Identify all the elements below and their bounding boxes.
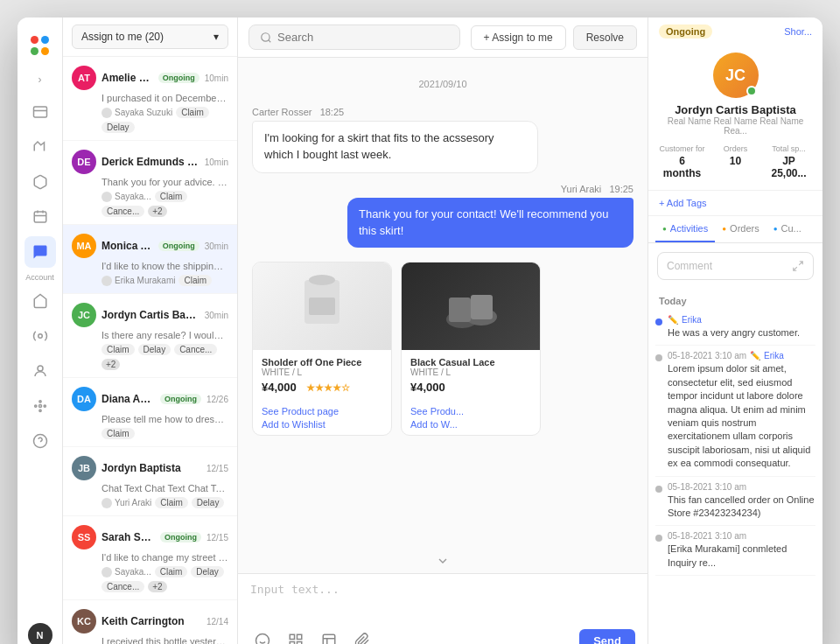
search-bar[interactable] — [248, 24, 460, 50]
conv-name: Monica Allingham — [102, 240, 153, 252]
nav-icon-products[interactable] — [24, 166, 56, 198]
product-actions: See Produ... Add to W... — [402, 401, 540, 435]
stat-value: JP 25,00... — [766, 155, 812, 179]
stat-value: 6 months — [659, 155, 705, 179]
conv-preview: Thank you for your advice. I'll ... — [102, 177, 228, 187]
tag-assignee: Sayaka... — [102, 192, 151, 202]
conv-time: 30min — [205, 242, 228, 251]
activity-item: 05-18-2021 3:10 am [Erika Murakami] conm… — [655, 526, 816, 576]
account-avatar[interactable]: N — [28, 623, 52, 644]
nav-icon-integrations[interactable] — [24, 390, 56, 422]
product-image — [253, 262, 391, 350]
list-item[interactable]: AT Amelie Thatcher Ongoing 10min I purch… — [63, 57, 237, 141]
conv-time: 10min — [205, 74, 228, 83]
add-tags-button[interactable]: + Add Tags — [648, 191, 822, 216]
search-input[interactable] — [277, 31, 449, 44]
product-price: ¥4,000 ★★★★☆ — [262, 381, 382, 394]
conv-name: Jordyn Baptista — [102, 462, 201, 474]
customer-profile: JC Jordyn Cartis Baptista Real Name Real… — [648, 46, 822, 191]
chat-footer: Send — [238, 573, 648, 644]
activity-item: 05-18-2021 3:10 am This fan cancelled or… — [655, 477, 816, 527]
add-wishlist-link[interactable]: Add to Wishlist — [262, 419, 382, 430]
chat-input[interactable] — [250, 583, 635, 614]
comment-box[interactable]: Comment — [657, 252, 814, 280]
chevron-right-icon[interactable]: › — [38, 74, 42, 86]
activity-timestamp: 05-18-2021 3:10 am — [668, 531, 746, 541]
activity-meta: ✏️ Erika — [668, 315, 816, 325]
avatar: AT — [72, 66, 96, 90]
svg-point-7 — [38, 405, 41, 408]
nav-icon-store[interactable] — [24, 285, 56, 317]
chat-messages: 2021/09/10 Carter Rosser 18:25 I'm looki… — [238, 58, 648, 549]
message-row: Yuri Araki 19:25 Thank you for your cont… — [252, 184, 634, 248]
nav-icon-users[interactable] — [24, 355, 56, 387]
conv-time: 12/15 — [206, 533, 228, 542]
chat-footer-actions: Send — [238, 623, 648, 644]
tag: Claim — [155, 497, 188, 508]
stat-value: 10 — [712, 155, 759, 167]
tag: Delay — [102, 122, 135, 133]
nav-icon-contacts[interactable] — [24, 201, 56, 233]
list-item[interactable]: JC Jordyn Cartis Baptista 30min Is there… — [63, 294, 237, 378]
product-info: Black Casual Lace WHITE / L ¥4,000 — [402, 350, 540, 401]
product-card: Black Casual Lace WHITE / L ¥4,000 See P… — [401, 262, 541, 436]
conv-preview: I received this bottle yesterday... — [102, 636, 228, 644]
short-link[interactable]: Shor... — [784, 26, 812, 37]
product-card: Sholder off One Piece WHITE / L ¥4,000 ★… — [252, 262, 392, 436]
tab-orders[interactable]: ● Orders — [715, 216, 766, 242]
template-icon[interactable] — [317, 628, 341, 644]
nav-icon-inbox[interactable] — [24, 96, 56, 128]
see-product-link[interactable]: See Produ... — [410, 406, 531, 416]
status-badge: Ongoing — [158, 73, 200, 83]
list-item[interactable]: SS Sarah Smythe Ongoing 12/15 I'd like t… — [63, 516, 237, 600]
list-item[interactable]: JB Jordyn Baptista 12/15 Chat Text Chat … — [63, 447, 237, 516]
tab-customer[interactable]: ● Cu... — [766, 216, 808, 242]
svg-point-10 — [34, 405, 36, 407]
assign-dropdown[interactable]: Assign to me (20) ▾ — [72, 24, 228, 49]
activities-list: Today ✏️ Erika He was a very angry custo… — [648, 289, 822, 576]
list-item[interactable]: MA Monica Allingham Ongoing 30min I'd li… — [63, 225, 237, 294]
conv-preview: I purchased it on December 21... — [102, 93, 228, 103]
add-wishlist-link[interactable]: Add to W... — [410, 419, 531, 430]
activity-text: He was a very angry customer. — [668, 326, 816, 340]
nav-icon-help[interactable] — [24, 425, 56, 457]
tag-assignee: Sayaka Suzuki — [102, 108, 172, 118]
collapse-button[interactable] — [238, 549, 648, 573]
image-grid-icon[interactable] — [284, 628, 308, 644]
resolve-button[interactable]: Resolve — [573, 25, 637, 50]
conv-preview: Please tell me how to dress th... — [102, 414, 228, 424]
message-bubble: I'm looking for a skirt that fits to the… — [252, 121, 538, 173]
nav-icon-settings[interactable] — [24, 320, 56, 352]
right-panel: Ongoing Shor... JC Jordyn Cartis Baptist… — [648, 18, 822, 644]
send-button[interactable]: Send — [579, 629, 635, 645]
attachment-icon[interactable] — [350, 628, 374, 644]
nav-icon-messages[interactable] — [24, 236, 56, 268]
stat-orders: Orders 10 — [712, 144, 759, 179]
svg-point-6 — [38, 366, 43, 371]
list-item[interactable]: KC Keith Carrington 12/14 I received thi… — [63, 600, 237, 644]
svg-rect-26 — [290, 634, 294, 639]
see-product-link[interactable]: See Product page — [262, 406, 382, 416]
activity-agent: Erika — [764, 351, 784, 360]
tag: Claim — [176, 107, 209, 118]
activities-dot: ● — [662, 225, 667, 233]
customer-avatar: JC — [713, 52, 759, 98]
conv-time: 30min — [205, 311, 228, 320]
message-sender: Carter Rosser 18:25 — [252, 107, 634, 117]
assign-to-me-button[interactable]: + Assign to me — [471, 25, 566, 50]
svg-point-11 — [44, 405, 46, 407]
list-item[interactable]: DE Derick Edmunds Colley 10min Thank you… — [63, 141, 237, 225]
emoji-icon[interactable] — [250, 628, 275, 644]
activity-text: This fan cancelled order on Online Store… — [668, 494, 816, 521]
message-row: Carter Rosser 18:25 I'm looking for a sk… — [252, 107, 634, 173]
tag: Cance... — [102, 581, 144, 592]
nav-icon-analytics[interactable] — [24, 131, 56, 163]
tag: Delay — [191, 566, 224, 578]
customer-stats: Customer for 6 months Orders 10 Total sp… — [659, 144, 812, 179]
svg-point-9 — [38, 410, 40, 411]
svg-point-17 — [309, 275, 335, 285]
customer-dot: ● — [774, 225, 778, 233]
assign-dropdown-label: Assign to me (20) — [81, 31, 164, 43]
tab-activities[interactable]: ● Activities — [655, 216, 715, 242]
list-item[interactable]: DA Diana Ackerley Ongoing 12/26 Please t… — [63, 378, 237, 447]
